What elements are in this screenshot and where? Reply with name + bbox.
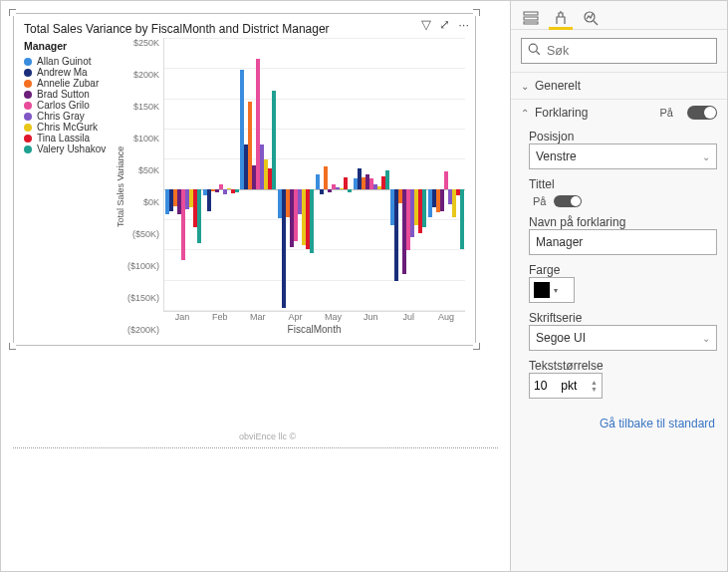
bar[interactable] [223, 189, 227, 194]
bar[interactable] [215, 189, 219, 192]
bar[interactable] [460, 189, 464, 249]
section-general[interactable]: ⌄Generelt [511, 72, 727, 99]
chevron-up-icon: ⌃ [521, 108, 529, 119]
bar[interactable] [348, 189, 352, 192]
tab-analytics[interactable] [581, 7, 601, 29]
text-size-label: Tekststørrelse [529, 359, 717, 373]
reset-to-default-link[interactable]: Gå tilbake til standard [511, 407, 727, 440]
bar[interactable] [324, 166, 328, 189]
position-label: Posisjon [529, 130, 717, 143]
filter-icon[interactable]: ▽ [421, 17, 431, 32]
section-legend[interactable]: ⌃Forklaring På [511, 99, 727, 126]
text-size-unit: pkt [561, 379, 577, 393]
chart-legend: Manager Allan GuinotAndrew MaAnnelie Zub… [24, 38, 114, 335]
bar[interactable] [385, 170, 389, 189]
color-picker[interactable]: ▾ [529, 277, 575, 303]
footer-copyright: obviEnce llc © [13, 431, 522, 441]
chevron-down-icon: ⌄ [702, 151, 710, 162]
bar-group [390, 38, 428, 311]
spinner-up-icon[interactable]: ▲ [591, 379, 598, 386]
x-tick-label: Jun [352, 312, 389, 322]
legend-item[interactable]: Tina Lassila [24, 133, 114, 143]
bar-group [202, 38, 240, 311]
bar-group [315, 38, 353, 311]
bar[interactable] [440, 189, 444, 210]
legend-item[interactable]: Annelie Zubar [24, 78, 114, 89]
bar[interactable] [207, 189, 211, 210]
svg-point-4 [529, 44, 537, 52]
x-axis: JanFebMarAprMayJunJulAug [163, 312, 465, 322]
bar[interactable] [235, 189, 239, 191]
font-family-value: Segoe UI [536, 331, 586, 345]
spinner-down-icon[interactable]: ▼ [591, 386, 598, 393]
tab-format[interactable] [551, 7, 571, 29]
x-tick-label: Feb [201, 312, 239, 322]
search-field[interactable] [547, 44, 710, 58]
bar[interactable] [422, 189, 426, 227]
more-options-icon[interactable]: ··· [458, 17, 469, 32]
report-canvas[interactable]: ▽ ⤢ ··· Total Sales Variance by FiscalMo… [1, 1, 510, 571]
legend-item-label: Andrew Ma [37, 67, 88, 78]
bar[interactable] [320, 189, 324, 194]
legend-item[interactable]: Andrew Ma [24, 67, 114, 78]
svg-rect-2 [524, 22, 538, 24]
text-size-spinner[interactable]: 10 pkt ▲▼ [529, 373, 603, 399]
section-legend-label: Forklaring [535, 106, 588, 120]
title-toggle[interactable] [554, 195, 582, 207]
legend-item-label: Brad Sutton [37, 89, 90, 100]
legend-name-label: Navn på forklaring [529, 215, 717, 229]
bar-group [164, 38, 202, 311]
svg-rect-0 [524, 12, 538, 15]
chevron-down-icon: ▾ [554, 286, 558, 295]
bar[interactable] [316, 174, 320, 189]
position-dropdown[interactable]: Venstre ⌄ [529, 143, 717, 169]
x-tick-label: Mar [239, 312, 277, 322]
title-toggle-label: På [533, 195, 546, 207]
legend-name-input[interactable]: Manager [529, 229, 717, 255]
legend-item[interactable]: Chris Gray [24, 111, 114, 122]
legend-swatch [24, 135, 32, 143]
x-tick-label: Apr [277, 312, 315, 322]
bar-group [240, 38, 278, 311]
bar[interactable] [310, 189, 314, 253]
legend-toggle[interactable] [687, 106, 717, 120]
focus-mode-icon[interactable]: ⤢ [439, 17, 450, 32]
x-tick-label: Jan [163, 312, 201, 322]
font-family-label: Skriftserie [529, 311, 717, 325]
bar[interactable] [197, 189, 201, 243]
legend-item-label: Allan Guinot [37, 56, 91, 67]
legend-swatch [24, 124, 32, 132]
font-family-dropdown[interactable]: Segoe UI ⌄ [529, 325, 717, 351]
page-divider [13, 447, 498, 448]
svg-rect-1 [524, 17, 538, 20]
legend-swatch [24, 58, 32, 66]
chevron-down-icon: ⌄ [521, 81, 529, 92]
legend-swatch [24, 102, 32, 110]
legend-item-label: Annelie Zubar [37, 78, 99, 89]
legend-item[interactable]: Carlos Grilo [24, 100, 114, 111]
bar[interactable] [344, 177, 348, 189]
chevron-down-icon: ⌄ [702, 333, 710, 344]
legend-toggle-label: På [660, 107, 673, 119]
legend-item-label: Chris McGurk [37, 122, 98, 133]
legend-swatch [24, 113, 32, 121]
search-input[interactable] [521, 38, 717, 64]
legend-item[interactable]: Chris McGurk [24, 122, 114, 133]
bar[interactable] [272, 91, 276, 189]
legend-item-label: Chris Gray [37, 111, 85, 122]
search-icon [528, 43, 541, 59]
y-axis-label: Total Sales Variance [114, 38, 127, 335]
bar[interactable] [444, 171, 448, 189]
chart-visual[interactable]: ▽ ⤢ ··· Total Sales Variance by FiscalMo… [13, 13, 476, 346]
legend-item[interactable]: Allan Guinot [24, 56, 114, 67]
color-label: Farge [529, 263, 717, 277]
x-tick-label: Jul [389, 312, 427, 322]
bar[interactable] [394, 189, 398, 280]
position-value: Venstre [536, 149, 577, 163]
bar[interactable] [328, 189, 332, 192]
bar-group [277, 38, 315, 311]
format-panel: ⌄Generelt ⌃Forklaring På Posisjon Venstr… [510, 1, 727, 571]
legend-item[interactable]: Brad Sutton [24, 89, 114, 100]
tab-fields[interactable] [521, 7, 541, 29]
legend-item[interactable]: Valery Ushakov [24, 143, 114, 154]
